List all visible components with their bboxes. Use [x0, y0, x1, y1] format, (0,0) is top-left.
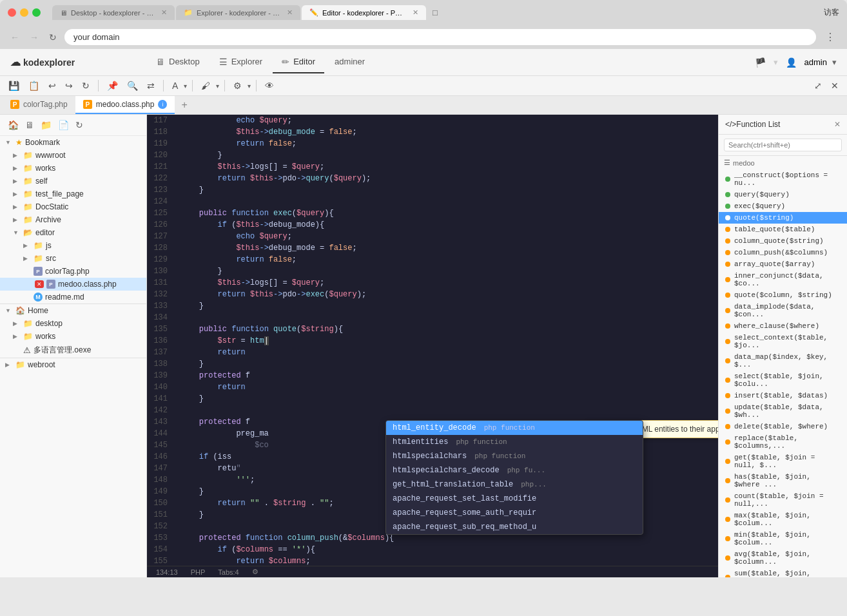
fp-item-12[interactable]: select_context($table, $jo...	[719, 332, 847, 351]
browser-menu-icon[interactable]: ⋮	[821, 30, 839, 44]
nav-explorer[interactable]: ☰ Explorer	[210, 52, 271, 73]
fp-item-17[interactable]: delete($table, $where)	[719, 421, 847, 432]
add-tab-button[interactable]: +	[175, 97, 193, 113]
close-button[interactable]	[8, 8, 16, 17]
status-settings-icon[interactable]: ⚙	[249, 568, 261, 576]
sidebar-file-btn[interactable]: 📄	[57, 119, 70, 131]
nav-desktop[interactable]: 🖥 Desktop	[147, 52, 209, 73]
back-button[interactable]: ←	[8, 31, 22, 44]
brush-button[interactable]: 🖌	[198, 79, 213, 93]
fp-item-4[interactable]: table_quote($table)	[719, 224, 847, 235]
address-input[interactable]	[64, 29, 816, 45]
fp-item-24[interactable]: avg($table, $join, $column...	[719, 548, 847, 568]
refresh-button[interactable]: ↻	[79, 79, 93, 93]
fp-item-14[interactable]: select($table, $join, $colu...	[719, 371, 847, 390]
code-editor[interactable]: 1171181191201211221231241251261271281291…	[147, 115, 718, 577]
fp-item-25[interactable]: sum($table, $join, $colum...	[719, 568, 847, 577]
ac-item-3[interactable]: htmlspecialchars_decode php fu...	[386, 463, 643, 477]
sidebar-monitor-btn[interactable]: 🖥	[24, 119, 35, 131]
sidebar-item-src[interactable]: ▶ 📁 src	[0, 252, 146, 265]
sidebar-item-docstatic[interactable]: ▶ 📁 DocStatic	[0, 200, 146, 213]
ac-item-6[interactable]: apache_request_some_auth_requir	[386, 506, 643, 520]
expand-button[interactable]: ⤢	[811, 79, 825, 93]
sidebar-item-webroot[interactable]: ▶ 📁 webroot	[0, 358, 146, 371]
replace-button[interactable]: ⇄	[144, 79, 158, 93]
ac-item-1[interactable]: htmlentities php function	[386, 435, 643, 449]
fp-item-18[interactable]: replace($table, $columns,...	[719, 432, 847, 452]
copy-button[interactable]: 📋	[25, 79, 43, 93]
fp-item-13[interactable]: data_map($index, $key, $...	[719, 351, 847, 371]
browser-tab-3[interactable]: ✏️ Editor - kodexplorer - Powered... ✕	[302, 5, 426, 20]
brush-dropdown[interactable]: ▾	[216, 82, 219, 90]
fp-item-23[interactable]: min($table, $join, $colum...	[719, 529, 847, 548]
fp-item-9[interactable]: quote($column, $string)	[719, 289, 847, 301]
forward-button[interactable]: →	[27, 31, 41, 44]
font-dropdown[interactable]: ▾	[184, 82, 187, 90]
bookmark-item[interactable]: ▼ ★ Bookmark	[0, 136, 146, 149]
sidebar-refresh-btn[interactable]: ↻	[74, 119, 84, 131]
browser-tab-2[interactable]: 📁 Explorer - kodexplorer - Powe... ✕	[176, 5, 300, 20]
browser-tab-1[interactable]: 🖥 Desktop - kodexplorer - Powe... ✕	[52, 5, 175, 20]
fp-item-6[interactable]: column_push(&$columns)	[719, 247, 847, 258]
save-button[interactable]: 💾	[5, 79, 23, 93]
sidebar-folder-btn[interactable]: 📁	[39, 119, 53, 131]
sidebar-item-archive[interactable]: ▶ 📁 Archive	[0, 213, 146, 226]
ac-item-7[interactable]: apache_request_sub_req_method_u	[386, 520, 643, 534]
tab3-close[interactable]: ✕	[413, 8, 418, 17]
settings-button[interactable]: ⚙	[230, 79, 245, 93]
fp-item-2[interactable]: exec($query)	[719, 200, 847, 212]
undo-button[interactable]: ↩	[45, 79, 59, 93]
pin-button[interactable]: 📌	[104, 79, 121, 93]
fp-item-1[interactable]: query($query)	[719, 189, 847, 200]
sidebar-file-medoo[interactable]: ✕ P medoo.class.php	[0, 278, 146, 291]
sidebar-item-testfilepage[interactable]: ▶ 📁 test_file_page	[0, 188, 146, 200]
sidebar-item-works[interactable]: ▶ 📁 works	[0, 162, 146, 175]
fp-item-22[interactable]: max($table, $join, $colum...	[719, 510, 847, 529]
user-dropdown-icon[interactable]: ▾	[832, 57, 837, 67]
autocomplete-dropdown[interactable]: html_entity_decode php function htmlenti…	[385, 420, 643, 535]
fp-item-21[interactable]: count($table, $join = null,...	[719, 490, 847, 510]
sidebar-item-home-works[interactable]: ▶ 📁 works	[0, 330, 146, 343]
search-button[interactable]: 🔍	[124, 79, 141, 93]
close-editor-button[interactable]: ✕	[828, 79, 842, 93]
fp-item-3[interactable]: quote($string)	[719, 212, 847, 224]
sidebar-item-desktop[interactable]: ▶ 📁 desktop	[0, 317, 146, 330]
nav-editor[interactable]: ✏ Editor	[273, 52, 324, 73]
fp-item-5[interactable]: column_quote($string)	[719, 235, 847, 247]
ac-item-4[interactable]: get_html_translation_table php...	[386, 477, 643, 492]
font-button[interactable]: A	[169, 79, 181, 93]
fp-item-16[interactable]: update($table, $data, $wh...	[719, 401, 847, 421]
minimize-button[interactable]	[20, 8, 28, 17]
maximize-button[interactable]	[32, 8, 41, 17]
fp-close-icon[interactable]: ✕	[834, 120, 841, 129]
fp-search-input[interactable]	[724, 139, 842, 151]
reload-button[interactable]: ↻	[46, 31, 59, 44]
redo-button[interactable]: ↪	[62, 79, 76, 93]
ac-item-2[interactable]: htmlspecialchars php function	[386, 449, 643, 463]
sidebar-item-js[interactable]: ▶ 📁 js	[0, 239, 146, 252]
ac-item-5[interactable]: apache_request_set_last_modifie	[386, 492, 643, 506]
preview-button[interactable]: 👁	[262, 79, 277, 93]
sidebar-item-self[interactable]: ▶ 📁 self	[0, 175, 146, 188]
tab1-close[interactable]: ✕	[161, 8, 167, 17]
sidebar-home-btn[interactable]: 🏠	[6, 119, 20, 131]
sidebar-item-wwwroot[interactable]: ▶ 📁 wwwroot	[0, 149, 146, 162]
ac-item-0[interactable]: html_entity_decode php function	[386, 421, 643, 435]
home-item[interactable]: ▼ 🏠 Home	[0, 304, 146, 317]
settings-dropdown[interactable]: ▾	[248, 82, 251, 90]
sidebar-file-colortag[interactable]: P colorTag.php	[0, 265, 146, 278]
tab2-close[interactable]: ✕	[287, 8, 293, 17]
fp-item-20[interactable]: has($table, $join, $where ...	[719, 471, 847, 490]
fp-item-7[interactable]: array_quote($array)	[719, 258, 847, 270]
fp-item-19[interactable]: get($table, $join = null, $...	[719, 452, 847, 471]
file-tab-medoo[interactable]: P medoo.class.php i	[75, 96, 175, 114]
sidebar-file-readme[interactable]: M readme.md	[0, 291, 146, 303]
file-tab-colortag[interactable]: P colorTag.php	[3, 96, 75, 114]
fp-item-15[interactable]: insert($table, $datas)	[719, 390, 847, 401]
sidebar-item-editor[interactable]: ▼ 📂 editor	[0, 226, 146, 239]
fp-item-10[interactable]: data_implode($data, $con...	[719, 301, 847, 320]
nav-adminer[interactable]: adminer	[326, 52, 374, 73]
sidebar-item-oexe[interactable]: ⚠ 多语言管理.oexe	[0, 343, 146, 358]
flag-button[interactable]: 🏴	[752, 55, 768, 70]
fp-item-8[interactable]: inner_conjunct($data, $co...	[719, 270, 847, 289]
